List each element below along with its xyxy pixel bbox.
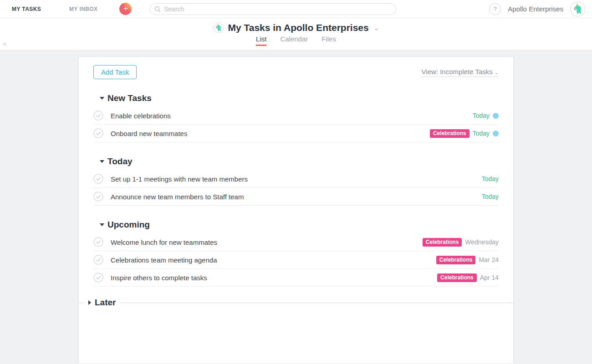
view-tabs: List Calendar Files — [0, 35, 592, 46]
caret-right-icon[interactable] — [88, 300, 91, 305]
complete-checkbox[interactable] — [93, 255, 103, 265]
task-row[interactable]: Welcome lunch for new teammates Celebrat… — [93, 233, 499, 251]
page-header: My Tasks in Apollo Enterprises ⌄ List Ca… — [0, 18, 592, 51]
task-title[interactable]: Set up 1-1 meetings with new team member… — [111, 175, 248, 183]
caret-down-icon[interactable] — [100, 160, 104, 163]
due-date: Today — [482, 175, 499, 182]
task-list-card: Add Task View: Incomplete Tasks⌄ New Tas… — [78, 56, 514, 364]
due-date: Wednesday — [465, 238, 499, 246]
due-date: Today — [473, 130, 490, 137]
section-header-later[interactable]: Later — [79, 298, 513, 308]
topbar-right-group: ? Apollo Enterprises — [489, 1, 586, 17]
view-filter-label: View: Incomplete Tasks — [422, 68, 493, 76]
task-title[interactable]: Announce new team members to Staff team — [111, 193, 244, 201]
divider — [79, 303, 85, 303]
plus-icon: + — [123, 4, 128, 13]
complete-checkbox[interactable] — [93, 128, 103, 138]
section-title: Today — [107, 157, 133, 167]
task-title[interactable]: Welcome lunch for new teammates — [111, 238, 217, 246]
account-name[interactable]: Apollo Enterprises — [508, 5, 563, 13]
task-title[interactable]: Inspire others to complete tasks — [111, 274, 207, 282]
top-bar: MY TASKS MY INBOX + ? Apollo Enterprises — [0, 0, 592, 18]
task-row[interactable]: Inspire others to complete tasks Celebra… — [93, 269, 499, 287]
caret-down-icon[interactable] — [100, 97, 104, 100]
task-title[interactable]: Enable celebrations — [111, 112, 171, 120]
section-today-list: Set up 1-1 meetings with new team member… — [93, 170, 499, 206]
due-date: Today — [473, 112, 490, 119]
tab-calendar[interactable]: Calendar — [280, 35, 308, 46]
complete-checkbox[interactable] — [93, 174, 103, 184]
search-input[interactable] — [164, 5, 391, 13]
project-avatar — [213, 22, 224, 33]
project-badge[interactable]: Celebrations — [436, 256, 476, 264]
avatar[interactable] — [570, 1, 586, 17]
assignee-dot-icon — [493, 131, 499, 136]
list-toolbar: Add Task View: Incomplete Tasks⌄ — [93, 57, 499, 79]
quick-add-button[interactable]: + — [119, 3, 132, 15]
sidebar-expand-icon[interactable]: « — [3, 40, 6, 47]
divider — [120, 303, 513, 303]
search-icon — [154, 6, 161, 12]
page-title: My Tasks in Apollo Enterprises — [228, 22, 368, 33]
section-upcoming-list: Welcome lunch for new teammates Celebrat… — [93, 233, 499, 287]
section-title: Later — [95, 298, 116, 308]
caret-down-icon[interactable] — [100, 223, 104, 226]
tab-files[interactable]: Files — [322, 35, 336, 46]
task-title[interactable]: Celebrations team meeting agenda — [111, 256, 217, 264]
chevron-down-icon: ⌄ — [495, 70, 499, 75]
tab-list[interactable]: List — [256, 35, 266, 46]
task-title[interactable]: Onboard new teammates — [111, 130, 187, 137]
complete-checkbox[interactable] — [93, 111, 103, 121]
complete-checkbox[interactable] — [93, 237, 103, 247]
section-header-new-tasks[interactable]: New Tasks — [93, 93, 499, 103]
section-header-upcoming[interactable]: Upcoming — [93, 220, 499, 230]
due-date: Apr 14 — [480, 274, 499, 281]
task-row[interactable]: Enable celebrations Today — [93, 107, 499, 125]
section-title: New Tasks — [107, 93, 152, 103]
nav-my-tasks[interactable]: MY TASKS — [12, 6, 41, 12]
assignee-dot-icon — [493, 113, 499, 119]
task-row[interactable]: Celebrations team meeting agenda Celebra… — [93, 251, 499, 269]
complete-checkbox[interactable] — [93, 192, 103, 202]
due-date: Mar 24 — [479, 256, 499, 263]
section-header-today[interactable]: Today — [93, 157, 499, 167]
view-filter-dropdown[interactable]: View: Incomplete Tasks⌄ — [422, 68, 499, 77]
search-bar[interactable] — [149, 3, 396, 15]
add-task-button[interactable]: Add Task — [93, 65, 137, 79]
section-title: Upcoming — [107, 220, 150, 230]
chevron-down-icon[interactable]: ⌄ — [374, 25, 379, 31]
nav-my-inbox[interactable]: MY INBOX — [69, 6, 97, 12]
complete-checkbox[interactable] — [93, 273, 103, 283]
project-badge[interactable]: Celebrations — [437, 273, 477, 282]
task-row[interactable]: Onboard new teammates Celebrations Today — [93, 125, 499, 142]
project-badge[interactable]: Celebrations — [430, 129, 470, 138]
section-new-tasks-list: Enable celebrations Today Onboard new te… — [93, 107, 499, 142]
project-badge[interactable]: Celebrations — [423, 238, 462, 247]
question-mark-icon: ? — [494, 5, 497, 12]
due-date: Today — [482, 193, 499, 200]
task-row[interactable]: Announce new team members to Staff team … — [93, 188, 499, 206]
task-row[interactable]: Set up 1-1 meetings with new team member… — [93, 170, 499, 188]
help-button[interactable]: ? — [489, 3, 501, 15]
